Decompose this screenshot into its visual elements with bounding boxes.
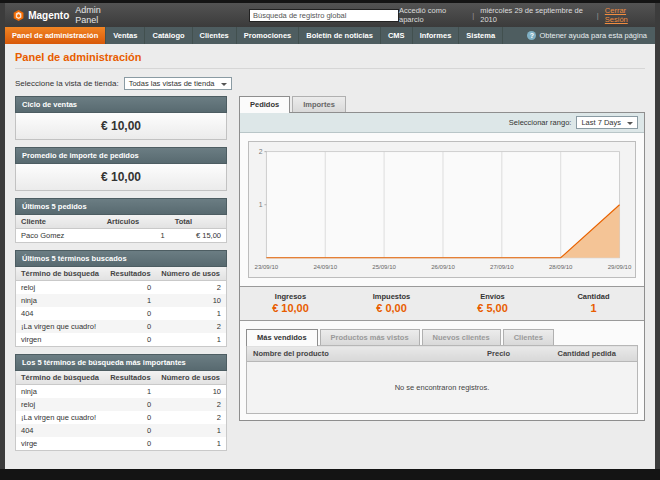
brand-suffix: Admin Panel bbox=[75, 5, 119, 25]
table-row[interactable]: ninja 1 10 bbox=[16, 385, 227, 399]
dashboard-content: Panel de administración Seleccione la vi… bbox=[5, 44, 655, 469]
search-term: reloj bbox=[16, 281, 106, 295]
range-select[interactable]: Last 7 Days bbox=[576, 116, 638, 129]
column-header: Cantidad pedida bbox=[551, 346, 637, 362]
logged-in-as: Accedió como aparcio bbox=[399, 6, 466, 24]
totals-bar: Ingresos € 10,00 Impuestos € 0,00 Envíos… bbox=[240, 286, 644, 321]
help-icon bbox=[527, 31, 536, 40]
table-row[interactable]: virgen 0 1 bbox=[16, 333, 227, 347]
table-row[interactable]: ¡La virgen que cuadro! 0 2 bbox=[16, 320, 227, 333]
top-header: Magento Admin Panel Accedió como aparcio… bbox=[5, 3, 655, 27]
column-header: Término de búsqueda bbox=[16, 267, 106, 281]
table-row[interactable]: virge 0 1 bbox=[16, 437, 227, 451]
results-count: 1 bbox=[105, 294, 156, 307]
nav-item-catalog[interactable]: Catálogo bbox=[145, 27, 192, 44]
current-date: miércoles 29 de septiembre de 2010 bbox=[480, 6, 591, 24]
average-orders-value: € 10,00 bbox=[15, 164, 227, 191]
uses-count: 2 bbox=[156, 398, 226, 411]
uses-count: 1 bbox=[156, 333, 226, 347]
average-orders-card: Promedio de importe de pedidos € 10,00 bbox=[15, 147, 227, 191]
results-count: 0 bbox=[105, 307, 156, 320]
nav-item-cms[interactable]: CMS bbox=[381, 27, 413, 44]
header-user-area: Accedió como aparcio | miércoles 29 de s… bbox=[399, 6, 647, 24]
column-header: Término de búsqueda bbox=[16, 371, 106, 385]
nav-item-newsletter[interactable]: Boletín de noticias bbox=[299, 27, 381, 44]
bottom-grids: Más vendidos Productos más vistos Nuevos… bbox=[240, 321, 644, 420]
chart-panel: Seleccionar rango: Last 7 Days 1223/09/1… bbox=[239, 112, 645, 421]
orders-area-chart: 1223/09/1024/09/1025/09/1026/09/1027/09/… bbox=[249, 142, 635, 277]
magento-logo-icon bbox=[13, 9, 24, 22]
last-search-terms-table: Término de búsqueda Resultados Número de… bbox=[15, 267, 227, 347]
column-header: Resultados bbox=[105, 371, 156, 385]
brand-name: Magento bbox=[28, 10, 69, 21]
nav-item-system[interactable]: Sistema bbox=[459, 27, 503, 44]
orders-chart: 1223/09/1024/09/1025/09/1026/09/1027/09/… bbox=[248, 141, 636, 278]
store-view-label: Seleccione la vista de tienda: bbox=[15, 79, 119, 88]
column-header: Número de usos bbox=[156, 371, 226, 385]
bestsellers-table: Nombre del producto Precio Cantidad pedi… bbox=[246, 345, 638, 414]
last-orders-table: Cliente Artículos Total Paco Gomez 1 bbox=[15, 215, 227, 243]
tab-bestsellers[interactable]: Más vendidos bbox=[246, 329, 318, 346]
search-term: ¡La virgen que cuadro! bbox=[16, 411, 106, 424]
lifetime-sales-title: Ciclo de ventas bbox=[15, 96, 227, 113]
column-header: Total bbox=[170, 215, 227, 229]
magento-admin-app: Magento Admin Panel Accedió como aparcio… bbox=[5, 3, 655, 469]
empty-message: No se encontraron registros. bbox=[247, 362, 638, 414]
nav-item-reports[interactable]: Informes bbox=[413, 27, 460, 44]
lifetime-sales-card: Ciclo de ventas € 10,00 bbox=[15, 96, 227, 140]
results-count: 0 bbox=[105, 398, 156, 411]
tab-new-customers[interactable]: Nuevos clientes bbox=[422, 329, 501, 345]
global-search-input[interactable] bbox=[249, 9, 399, 22]
table-row[interactable]: 404 0 1 bbox=[16, 307, 227, 320]
table-row[interactable]: reloj 0 2 bbox=[16, 398, 227, 411]
global-search bbox=[249, 9, 399, 22]
nav-item-sales[interactable]: Ventas bbox=[106, 27, 145, 44]
table-row[interactable]: 404 0 1 bbox=[16, 424, 227, 437]
svg-text:26/09/10: 26/09/10 bbox=[431, 264, 455, 270]
results-count: 0 bbox=[105, 411, 156, 424]
table-row[interactable]: Paco Gomez 1 € 15,00 bbox=[16, 229, 227, 243]
nav-item-dashboard[interactable]: Panel de administración bbox=[5, 27, 106, 44]
column-header: Nombre del producto bbox=[247, 346, 482, 362]
nav-item-customers[interactable]: Clientes bbox=[193, 27, 237, 44]
stat-value: 1 bbox=[543, 302, 644, 314]
uses-count: 1 bbox=[156, 424, 226, 437]
svg-text:27/09/10: 27/09/10 bbox=[490, 264, 514, 270]
tab-orders[interactable]: Pedidos bbox=[239, 96, 290, 113]
store-view-switcher: Seleccione la vista de tienda: Todas las… bbox=[15, 77, 645, 90]
uses-count: 2 bbox=[156, 281, 226, 295]
table-row[interactable]: reloj 0 2 bbox=[16, 281, 227, 295]
top-search-terms-card: Los 5 términos de búsqueda más important… bbox=[15, 354, 227, 451]
search-term: ninja bbox=[16, 385, 106, 399]
top-search-terms-title: Los 5 términos de búsqueda más important… bbox=[15, 354, 227, 371]
store-view-select[interactable]: Todas las vistas de tienda bbox=[124, 77, 232, 90]
results-count: 0 bbox=[105, 320, 156, 333]
tab-most-viewed[interactable]: Productos más vistos bbox=[320, 329, 420, 345]
page-help-label: Obtener ayuda para esta página bbox=[539, 31, 647, 40]
search-term: 404 bbox=[16, 424, 106, 437]
nav-item-promotions[interactable]: Promociones bbox=[237, 27, 300, 44]
order-customer: Paco Gomez bbox=[16, 229, 102, 243]
table-row[interactable]: ninja 1 10 bbox=[16, 294, 227, 307]
svg-text:1: 1 bbox=[259, 201, 263, 208]
tab-amounts[interactable]: Importes bbox=[292, 96, 346, 112]
lifetime-sales-value: € 10,00 bbox=[15, 113, 227, 140]
svg-text:29/09/10: 29/09/10 bbox=[608, 264, 632, 270]
column-header: Precio bbox=[481, 346, 551, 362]
search-term: 404 bbox=[16, 307, 106, 320]
magento-logo: Magento Admin Panel bbox=[13, 5, 119, 25]
range-selector-row: Seleccionar rango: Last 7 Days bbox=[240, 113, 644, 133]
page-help-link[interactable]: Obtener ayuda para esta página bbox=[519, 27, 655, 44]
search-term: reloj bbox=[16, 398, 106, 411]
stat-value: € 0,00 bbox=[341, 302, 442, 314]
results-count: 0 bbox=[105, 281, 156, 295]
tab-customers[interactable]: Clientes bbox=[503, 329, 554, 345]
column-header: Cliente bbox=[16, 215, 102, 229]
column-header: Artículos bbox=[102, 215, 170, 229]
uses-count: 1 bbox=[156, 307, 226, 320]
logout-link[interactable]: Cerrar Sesión bbox=[605, 6, 647, 24]
results-count: 0 bbox=[105, 437, 156, 451]
table-row[interactable]: ¡La virgen que cuadro! 0 2 bbox=[16, 411, 227, 424]
average-orders-title: Promedio de importe de pedidos bbox=[15, 147, 227, 164]
separator: | bbox=[591, 11, 605, 20]
